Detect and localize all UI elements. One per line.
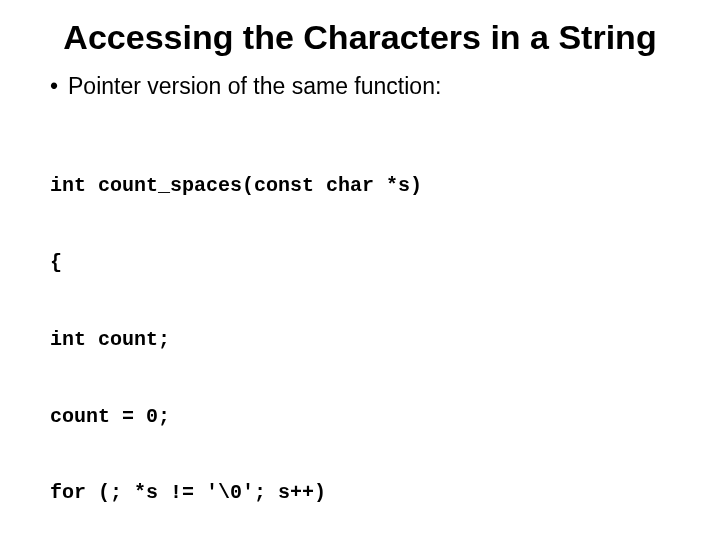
- code-line: {: [50, 250, 672, 276]
- code-line: int count;: [50, 327, 672, 353]
- code-block: int count_spaces(const char *s) { int co…: [50, 122, 672, 540]
- bullet-item: • Pointer version of the same function:: [50, 73, 672, 100]
- slide-title: Accessing the Characters in a String: [48, 18, 672, 57]
- code-line: int count_spaces(const char *s): [50, 173, 672, 199]
- slide: Accessing the Characters in a String • P…: [0, 0, 720, 540]
- code-line: for (; *s != '\0'; s++): [50, 480, 672, 506]
- bullet-marker: •: [50, 73, 68, 100]
- bullet-text: Pointer version of the same function:: [68, 73, 672, 100]
- code-line: count = 0;: [50, 404, 672, 430]
